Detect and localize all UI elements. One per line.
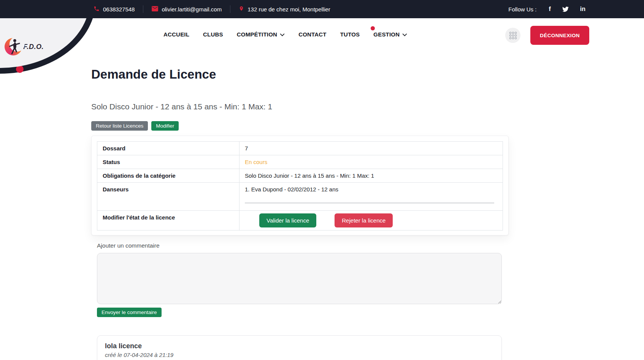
twitter-icon[interactable] bbox=[562, 6, 569, 12]
edit-button[interactable]: Modifier bbox=[151, 121, 179, 131]
nav-item-accueil[interactable]: ACCUEIL bbox=[163, 31, 189, 38]
topbar-email: olivier.lartiti@gmail.com bbox=[152, 6, 222, 13]
comment-meta: créé le 07-04-2024 à 21:19 bbox=[105, 352, 494, 358]
linkedin-icon[interactable]: in bbox=[580, 6, 585, 13]
header: F.D.O. ACCUEIL CLUBS COMPÉTITION CONTACT… bbox=[0, 18, 644, 50]
nav-item-contact[interactable]: CONTACT bbox=[298, 31, 327, 38]
facebook-icon[interactable]: f bbox=[549, 6, 550, 13]
topbar-address-text: 132 rue de chez moi, Montpellier bbox=[247, 6, 330, 13]
chevron-down-icon bbox=[402, 31, 407, 38]
topbar-contact-info: 0638327548 olivier.lartiti@gmail.com 132… bbox=[94, 5, 330, 13]
danseurs-label: Danseurs bbox=[97, 183, 240, 211]
main-nav: ACCUEIL CLUBS COMPÉTITION CONTACT TUTOS … bbox=[163, 31, 407, 38]
page-title: Demande de Licence bbox=[91, 67, 509, 82]
obligations-value: Solo Disco Junior - 12 ans à 15 ans - Mi… bbox=[240, 169, 503, 183]
comment-title: lola licence bbox=[105, 342, 494, 350]
status-label: Status bbox=[97, 155, 240, 169]
topbar-email-address[interactable]: olivier.lartiti@gmail.com bbox=[162, 6, 222, 13]
nav-item-clubs[interactable]: CLUBS bbox=[203, 31, 223, 38]
danseurs-value: 1. Eva Dupond - 02/02/2012 - 12 ans bbox=[240, 183, 503, 211]
comment-card: lola licence créé le 07-04-2024 à 21:19 bbox=[97, 335, 502, 360]
topbar-address: 132 rue de chez moi, Montpellier bbox=[239, 5, 330, 13]
follow-us-label: Follow Us : bbox=[508, 6, 536, 13]
validate-licence-button[interactable]: Valider la licence bbox=[259, 213, 316, 227]
nav-item-competition[interactable]: COMPÉTITION bbox=[237, 31, 285, 38]
comment-section: Ajouter un commentaire Envoyer le commen… bbox=[91, 242, 509, 360]
location-pin-icon bbox=[239, 5, 244, 13]
table-row-danseurs: Danseurs 1. Eva Dupond - 02/02/2012 - 12… bbox=[97, 183, 503, 211]
licence-details-card: Dossard 7 Status En cours Obligations de… bbox=[91, 136, 509, 235]
topbar-divider bbox=[230, 5, 230, 13]
topbar-divider bbox=[143, 5, 143, 13]
logout-button[interactable]: DÉCONNEXION bbox=[530, 26, 589, 45]
logo[interactable]: F.D.O. bbox=[5, 38, 44, 55]
nav-item-tutos[interactable]: TUTOS bbox=[340, 31, 360, 38]
dossard-value: 7 bbox=[240, 142, 503, 155]
reject-licence-button[interactable]: Rejeter la licence bbox=[335, 213, 393, 227]
logo-dancer-icon bbox=[5, 38, 22, 55]
back-to-licences-button[interactable]: Retour liste Licences bbox=[91, 121, 148, 131]
email-icon bbox=[152, 6, 158, 13]
table-row-status: Status En cours bbox=[97, 155, 503, 169]
topbar-phone: 0638327548 bbox=[94, 6, 135, 13]
state-label: Modifier l'état de la licence bbox=[97, 211, 240, 231]
licence-details-table: Dossard 7 Status En cours Obligations de… bbox=[97, 141, 503, 231]
phone-icon bbox=[94, 6, 100, 13]
apps-grid-button[interactable] bbox=[505, 28, 520, 43]
topbar-phone-number[interactable]: 0638327548 bbox=[103, 6, 135, 13]
category-subtitle: Solo Disco Junior - 12 ans à 15 ans - Mi… bbox=[91, 102, 509, 111]
main-content: Demande de Licence Solo Disco Junior - 1… bbox=[91, 67, 509, 360]
nav-item-gestion[interactable]: GESTION bbox=[373, 31, 407, 38]
dancer-separator bbox=[245, 203, 494, 203]
table-row-state: Modifier l'état de la licence Valider la… bbox=[97, 211, 503, 231]
topbar-social: Follow Us : f in bbox=[508, 6, 585, 13]
comment-textarea[interactable] bbox=[97, 253, 502, 304]
submit-comment-button[interactable]: Envoyer le commentaire bbox=[97, 308, 162, 317]
comment-label: Ajouter un commentaire bbox=[97, 242, 502, 249]
table-row-dossard: Dossard 7 bbox=[97, 142, 503, 155]
grid-icon bbox=[509, 32, 517, 39]
comments-list: lola licence créé le 07-04-2024 à 21:19 bbox=[97, 335, 502, 360]
dossard-label: Dossard bbox=[97, 142, 240, 155]
obligations-label: Obligations de la catégorie bbox=[97, 169, 240, 183]
logo-text: F.D.O. bbox=[23, 43, 44, 51]
topbar: 0638327548 olivier.lartiti@gmail.com 132… bbox=[0, 0, 644, 18]
notification-dot bbox=[371, 26, 375, 30]
chevron-down-icon bbox=[280, 31, 285, 38]
action-buttons: Retour liste Licences Modifier bbox=[91, 121, 509, 131]
table-row-obligations: Obligations de la catégorie Solo Disco J… bbox=[97, 169, 503, 183]
status-value: En cours bbox=[240, 155, 503, 169]
